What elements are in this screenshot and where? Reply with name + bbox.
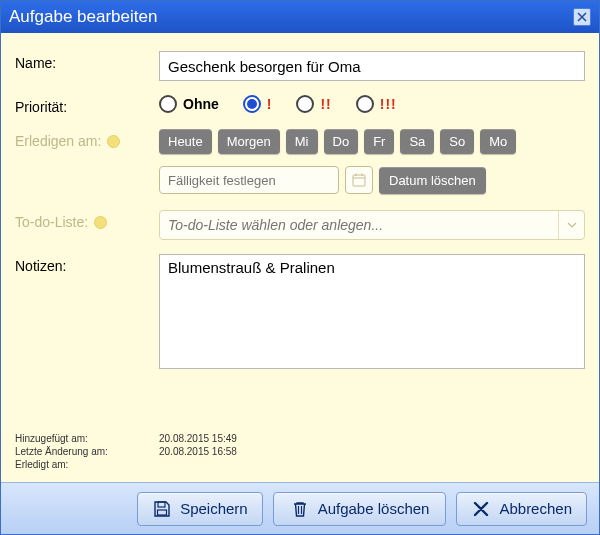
priority-option-label: ! [267, 96, 273, 112]
meta-added-label: Hinzugefügt am: [15, 433, 159, 444]
date-input-row: Datum löschen [159, 166, 585, 194]
meta-changed-label: Letzte Änderung am: [15, 446, 159, 457]
cancel-button[interactable]: Abbrechen [456, 492, 587, 526]
close-button[interactable] [573, 8, 591, 26]
premium-badge-icon [107, 135, 120, 148]
day-button-so[interactable]: So [440, 129, 474, 154]
meta-changed: Letzte Änderung am: 20.08.2015 16:58 [15, 446, 585, 457]
datepicker-button[interactable] [345, 166, 373, 194]
day-button-mo[interactable]: Mo [480, 129, 516, 154]
priority-option-label: !! [320, 96, 331, 112]
todolist-combo[interactable] [159, 210, 585, 240]
notes-field: Blumenstrauß & Pralinen [159, 254, 585, 369]
field-name [159, 51, 585, 81]
svg-rect-4 [158, 502, 165, 507]
svg-rect-0 [353, 175, 365, 186]
priority-options: Ohne!!!!!! [159, 95, 585, 113]
priority-option-0[interactable]: Ohne [159, 95, 219, 113]
row-todolist: To-do-Liste: [15, 210, 585, 240]
label-todolist: To-do-Liste: [15, 210, 159, 230]
meta-block: Hinzugefügt am: 20.08.2015 15:49 Letzte … [15, 433, 585, 472]
trash-icon [290, 499, 310, 519]
day-button-sa[interactable]: Sa [400, 129, 434, 154]
notes-textarea[interactable]: Blumenstrauß & Pralinen [159, 254, 585, 369]
duedate-field: HeuteMorgenMiDoFrSaSoMo Datum löschen [159, 129, 585, 194]
label-notes: Notizen: [15, 254, 159, 274]
chevron-down-icon [567, 222, 577, 228]
titlebar: Aufgabe bearbeiten [1, 1, 599, 33]
todolist-input[interactable] [160, 213, 558, 237]
premium-badge-icon [94, 216, 107, 229]
dialog-body: Name: Priorität: Ohne!!!!!! Erledigen am… [1, 33, 599, 482]
dialog-footer: Speichern Aufgabe löschen Abbrechen [1, 482, 599, 534]
day-button-heute[interactable]: Heute [159, 129, 212, 154]
save-button-label: Speichern [180, 500, 248, 517]
radio-icon [243, 95, 261, 113]
priority-option-label: !!! [380, 96, 397, 112]
calendar-icon [352, 173, 366, 187]
combo-arrow-button[interactable] [558, 211, 584, 239]
meta-added-value: 20.08.2015 15:49 [159, 433, 237, 444]
priority-option-1[interactable]: ! [243, 95, 273, 113]
row-duedate: Erledigen am: HeuteMorgenMiDoFrSaSoMo Da… [15, 129, 585, 194]
day-button-fr[interactable]: Fr [364, 129, 394, 154]
name-input[interactable] [159, 51, 585, 81]
dialog-window: Aufgabe bearbeiten Name: Priorität: Ohne… [0, 0, 600, 535]
radio-icon [356, 95, 374, 113]
save-icon [152, 499, 172, 519]
clear-date-button[interactable]: Datum löschen [379, 167, 486, 194]
row-priority: Priorität: Ohne!!!!!! [15, 95, 585, 115]
cancel-icon [471, 499, 491, 519]
priority-option-label: Ohne [183, 96, 219, 112]
label-name: Name: [15, 51, 159, 71]
row-name: Name: [15, 51, 585, 81]
cancel-button-label: Abbrechen [499, 500, 572, 517]
meta-done: Erledigt am: [15, 459, 585, 470]
meta-changed-value: 20.08.2015 16:58 [159, 446, 237, 457]
duedate-input[interactable] [159, 166, 339, 194]
label-duedate: Erledigen am: [15, 129, 159, 149]
priority-option-3[interactable]: !!! [356, 95, 397, 113]
day-button-morgen[interactable]: Morgen [218, 129, 280, 154]
svg-rect-5 [158, 510, 167, 515]
save-button[interactable]: Speichern [137, 492, 263, 526]
day-button-row: HeuteMorgenMiDoFrSaSoMo [159, 129, 585, 154]
delete-button-label: Aufgabe löschen [318, 500, 430, 517]
todolist-field [159, 210, 585, 240]
dialog-title: Aufgabe bearbeiten [9, 7, 573, 27]
label-priority: Priorität: [15, 95, 159, 115]
day-button-do[interactable]: Do [324, 129, 359, 154]
close-icon [577, 12, 587, 22]
delete-button[interactable]: Aufgabe löschen [273, 492, 447, 526]
radio-icon [159, 95, 177, 113]
meta-done-label: Erledigt am: [15, 459, 159, 470]
priority-option-2[interactable]: !! [296, 95, 331, 113]
radio-icon [296, 95, 314, 113]
day-button-mi[interactable]: Mi [286, 129, 318, 154]
row-notes: Notizen: Blumenstrauß & Pralinen [15, 254, 585, 369]
meta-added: Hinzugefügt am: 20.08.2015 15:49 [15, 433, 585, 444]
